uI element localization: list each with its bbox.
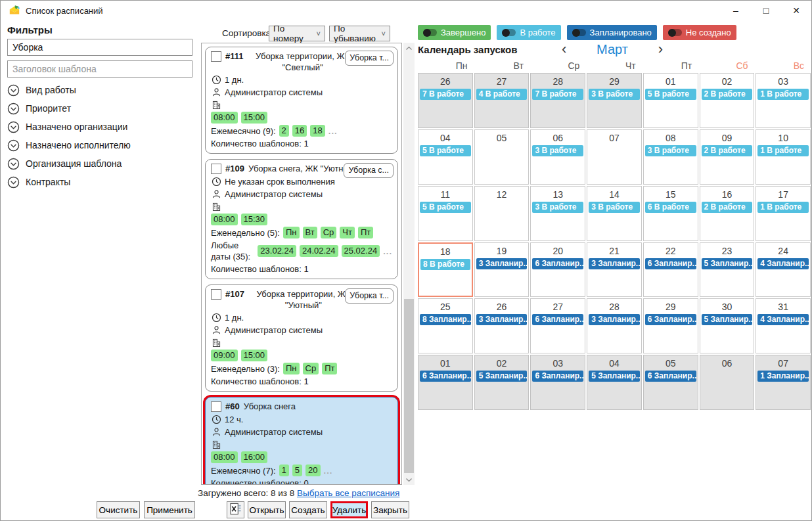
calendar-cell[interactable]: 12 [474, 186, 530, 241]
day-badge[interactable]: 6 Запланир... [420, 371, 471, 382]
day-badge[interactable]: 3 Запланир... [476, 258, 528, 269]
calendar-cell[interactable]: 193 Запланир... [474, 242, 530, 298]
calendar-cell[interactable]: 022 В работе [700, 73, 755, 128]
calendar-cell[interactable]: 206 Запланир... [530, 242, 585, 298]
sidebar-filter-0[interactable]: Вид работы [7, 81, 192, 99]
card-checkbox[interactable] [211, 401, 221, 412]
day-badge[interactable]: 2 В работе [702, 145, 753, 156]
calendar-cell[interactable]: 016 Запланир... [418, 355, 473, 410]
calendar-cell[interactable]: 092 В работе [700, 129, 755, 185]
apply-button[interactable]: Применить [144, 501, 195, 518]
sidebar-filter-1[interactable]: Приоритет [7, 99, 192, 118]
calendar-cell[interactable]: 235 Запланир... [700, 242, 755, 298]
scroll-down-arrow[interactable] [403, 474, 415, 485]
day-badge[interactable]: 3 В работе [532, 145, 583, 156]
chevron-down-circle-icon[interactable] [7, 158, 20, 170]
sidebar-filter-4[interactable]: Организация шаблона [7, 154, 192, 173]
day-badge[interactable]: 4 Запланир... [757, 314, 809, 325]
calendar-cell[interactable]: 296 Запланир... [643, 298, 698, 353]
delete-button[interactable]: Удалить [330, 501, 368, 518]
sidebar-filter-3[interactable]: Назначено исполнителю [7, 136, 192, 154]
minimize-button[interactable]: – [721, 1, 751, 20]
chevron-down-circle-icon[interactable] [7, 121, 20, 133]
calendar-cell[interactable]: 031 В работе [756, 73, 811, 128]
calendar-cell[interactable]: 071 Запланир... [756, 355, 811, 410]
calendar-cell[interactable]: 263 Запланир... [474, 298, 530, 353]
sort-order-dropdown[interactable]: По убыванию ˅ [329, 26, 390, 41]
day-badge[interactable]: 5 Запланир... [589, 371, 640, 382]
calendar-cell[interactable]: 188 В работе [418, 242, 473, 298]
day-badge[interactable]: 6 Запланир... [645, 258, 696, 269]
calendar-cell[interactable]: 293 В работе [587, 73, 642, 128]
calendar-cell[interactable]: 314 Запланир... [756, 298, 811, 353]
calendar-cell[interactable]: 244 Запланир... [756, 242, 811, 298]
legend-toggle-inprogress[interactable]: В работе [497, 25, 560, 40]
card-checkbox[interactable] [211, 289, 221, 300]
day-badge[interactable]: 3 Запланир... [589, 258, 640, 269]
calendar-cell[interactable]: 056 Запланир... [643, 355, 698, 410]
chevron-down-circle-icon[interactable] [7, 102, 20, 115]
day-badge[interactable]: 5 Запланир... [702, 314, 753, 325]
calendar-cell[interactable]: 267 В работе [418, 73, 473, 128]
day-badge[interactable]: 7 В работе [532, 89, 583, 100]
close-list-button[interactable]: Закрыть [371, 501, 409, 518]
create-button[interactable]: Создать [289, 501, 327, 518]
day-badge[interactable]: 6 Запланир... [532, 258, 583, 269]
excel-export-button[interactable] [227, 501, 244, 518]
calendar-cell[interactable]: 226 Запланир... [643, 242, 698, 298]
calendar-cell[interactable]: 045 Запланир... [587, 355, 642, 410]
day-badge[interactable]: 4 В работе [476, 89, 528, 100]
calendar-cell[interactable]: 133 В работе [530, 186, 585, 241]
chevron-down-circle-icon[interactable] [7, 139, 20, 152]
calendar-cell[interactable]: 162 В работе [700, 186, 755, 241]
calendar-cell[interactable]: 276 Запланир... [530, 298, 585, 353]
calendar-cell[interactable]: 274 В работе [474, 73, 530, 128]
day-badge[interactable]: 3 Запланир... [589, 314, 640, 325]
day-badge[interactable]: 8 Запланир... [420, 314, 471, 325]
card-tag-button[interactable]: Уборка т... [345, 51, 394, 66]
day-badge[interactable]: 6 Запланир... [645, 371, 696, 382]
day-badge[interactable]: 6 Запланир... [532, 314, 583, 325]
clear-button[interactable]: Очистить [97, 501, 140, 518]
day-badge[interactable]: 3 В работе [589, 89, 640, 100]
next-month-button[interactable]: › [656, 41, 665, 58]
select-all-link[interactable]: Выбрать все расписания [297, 488, 399, 498]
day-badge[interactable]: 2 В работе [702, 202, 753, 213]
legend-toggle-notcreated[interactable]: Не создано [663, 25, 736, 40]
calendar-cell[interactable]: 083 В работе [643, 129, 698, 185]
calendar-cell[interactable]: 171 В работе [756, 186, 811, 241]
legend-toggle-completed[interactable]: Завершено [418, 25, 491, 40]
calendar-cell[interactable]: 063 В работе [530, 129, 585, 185]
chevron-down-circle-icon[interactable] [7, 176, 20, 189]
calendar-cell[interactable]: 015 В работе [643, 73, 698, 128]
calendar-cell[interactable]: 05 [474, 129, 530, 185]
schedule-card[interactable]: #109Уборка снега, ЖК "Уютный"Уборка с...… [205, 159, 398, 279]
day-badge[interactable]: 1 В работе [757, 202, 809, 213]
calendar-cell[interactable]: 143 В работе [587, 186, 642, 241]
scroll-up-arrow[interactable] [403, 43, 415, 53]
day-badge[interactable]: 3 В работе [532, 202, 583, 213]
calendar-cell[interactable]: 115 В работе [418, 186, 473, 241]
sidebar-filter-5[interactable]: Контракты [7, 173, 192, 191]
day-badge[interactable]: 5 В работе [420, 145, 471, 156]
day-badge[interactable]: 5 Запланир... [476, 371, 528, 382]
day-badge[interactable]: 3 В работе [589, 202, 640, 213]
sidebar-filter-2[interactable]: Назначено организации [7, 118, 192, 136]
calendar-cell[interactable]: 06 [700, 355, 755, 410]
calendar-cell[interactable]: 07 [587, 129, 642, 185]
open-button[interactable]: Открыть [248, 501, 286, 518]
schedule-card[interactable]: #111Уборка территории, ЖК "Светлый"Уборк… [205, 47, 398, 154]
day-badge[interactable]: 8 В работе [420, 259, 470, 270]
close-button[interactable]: ✕ [781, 1, 811, 20]
calendar-cell[interactable]: 101 В работе [756, 129, 811, 185]
day-badge[interactable]: 1 Запланир... [757, 371, 809, 382]
schedule-card[interactable]: #60Уборка снега12 ч.Администратор систем… [205, 397, 398, 485]
chevron-down-circle-icon[interactable] [7, 84, 20, 97]
prev-month-button[interactable]: ‹ [559, 41, 569, 58]
card-checkbox[interactable] [211, 51, 221, 62]
day-badge[interactable]: 3 Запланир... [476, 314, 528, 325]
list-scrollbar[interactable] [403, 43, 415, 485]
template-title-input[interactable] [7, 60, 192, 78]
day-badge[interactable]: 5 В работе [420, 202, 471, 213]
day-badge[interactable]: 1 В работе [757, 89, 809, 100]
